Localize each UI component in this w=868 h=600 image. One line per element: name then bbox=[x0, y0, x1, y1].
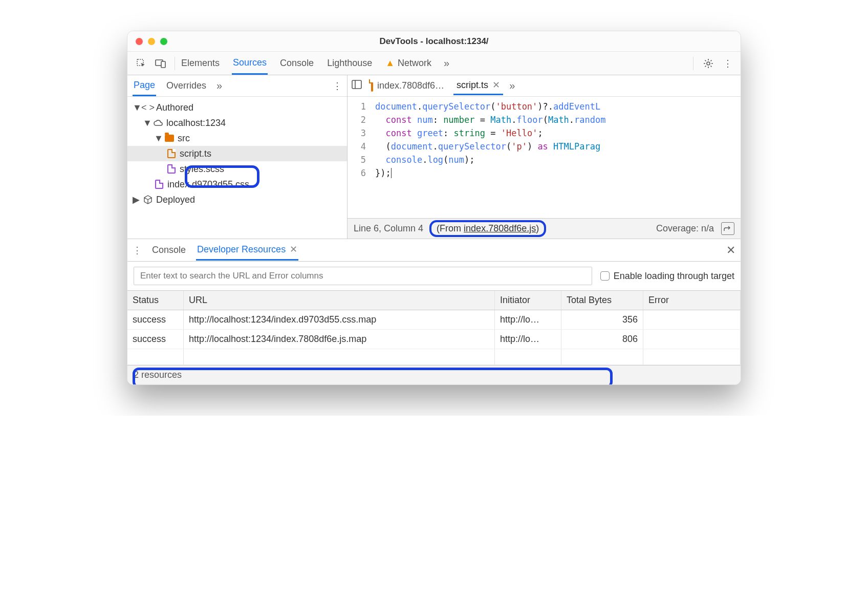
cell-initiator: http://lo… bbox=[495, 310, 561, 329]
editor-panel: index.7808df6… script.ts ✕ » 1 2 3 4 5 6… bbox=[348, 75, 741, 239]
tree-file-indexcss-label: index.d9703d55.css bbox=[167, 179, 249, 190]
editor-tab-indexjs-label: index.7808df6… bbox=[377, 80, 444, 91]
tab-elements[interactable]: Elements bbox=[180, 53, 221, 74]
code-editor[interactable]: 1 2 3 4 5 6 document.querySelector('butt… bbox=[348, 97, 741, 218]
drawer-tab-devresources-label: Developer Resources bbox=[197, 244, 286, 255]
tree-authored-label: Authored bbox=[156, 102, 193, 113]
devresources-toolbar: Enable loading through target bbox=[127, 262, 741, 290]
editor-tab-scriptts[interactable]: script.ts ✕ bbox=[453, 76, 503, 95]
tree-deployed-label: Deployed bbox=[156, 195, 195, 205]
coverage-status: Coverage: n/a bbox=[656, 223, 714, 234]
resources-table: Status URL Initiator Total Bytes Error s… bbox=[127, 290, 741, 365]
enable-loading-checkbox[interactable]: Enable loading through target bbox=[600, 271, 734, 282]
drawer-tab-console[interactable]: Console bbox=[151, 241, 187, 260]
cell-status: success bbox=[127, 330, 184, 349]
chevron-down-icon: ▼ bbox=[143, 118, 150, 128]
col-status[interactable]: Status bbox=[127, 291, 184, 310]
folder-icon bbox=[164, 135, 175, 142]
warning-icon: ▲ bbox=[385, 58, 395, 69]
tree-file-styles-label: styles.scss bbox=[180, 164, 224, 175]
tree-folder-src[interactable]: ▼ src bbox=[127, 131, 347, 146]
cell-bytes: 806 bbox=[561, 330, 643, 349]
file-tree: ▼ < > Authored ▼ localhost:1234 ▼ src bbox=[127, 97, 347, 239]
editor-tab-indexjs[interactable]: index.7808df6… bbox=[368, 77, 447, 94]
drawer-tab-devresources[interactable]: Developer Resources ✕ bbox=[196, 240, 298, 261]
tree-host-label: localhost:1234 bbox=[166, 118, 226, 128]
table-row[interactable]: success http://localhost:1234/index.d970… bbox=[127, 310, 741, 330]
cloud-icon bbox=[153, 119, 163, 126]
device-toggle-icon[interactable] bbox=[152, 55, 169, 72]
cell-error bbox=[643, 330, 741, 349]
tree-file-indexcss[interactable]: index.d9703d55.css bbox=[127, 177, 347, 192]
file-icon bbox=[371, 80, 373, 91]
tree-host[interactable]: ▼ localhost:1234 bbox=[127, 115, 347, 131]
svg-point-3 bbox=[707, 62, 710, 65]
cursor-position: Line 6, Column 4 bbox=[354, 223, 423, 234]
tree-authored[interactable]: ▼ < > Authored bbox=[127, 100, 347, 115]
tab-network[interactable]: ▲ Network bbox=[384, 53, 432, 74]
panel-tabs: Elements Sources Console Lighthouse ▲ Ne… bbox=[180, 52, 688, 75]
tab-lighthouse[interactable]: Lighthouse bbox=[326, 53, 373, 74]
col-url[interactable]: URL bbox=[184, 291, 495, 310]
sources-panel: Page Overrides » ⋮ ▼ < > Authored ▼ loca… bbox=[127, 75, 741, 239]
drawer-menu-button[interactable]: ⋮ bbox=[133, 245, 142, 256]
tab-sources[interactable]: Sources bbox=[232, 52, 268, 75]
main-toolbar: Elements Sources Console Lighthouse ▲ Ne… bbox=[127, 52, 741, 75]
tree-deployed[interactable]: ▶ Deployed bbox=[127, 192, 347, 207]
sourcemap-link[interactable]: index.7808df6e.js bbox=[464, 223, 536, 233]
code-content: document.querySelector('button')?.addEve… bbox=[371, 97, 741, 218]
svg-rect-4 bbox=[352, 80, 361, 89]
table-row-empty bbox=[127, 349, 741, 365]
minimize-window-button[interactable] bbox=[148, 38, 155, 45]
tab-console[interactable]: Console bbox=[279, 53, 315, 74]
enable-loading-label: Enable loading through target bbox=[614, 271, 734, 282]
settings-button[interactable] bbox=[701, 56, 716, 71]
cell-bytes: 356 bbox=[561, 310, 643, 329]
search-input[interactable] bbox=[134, 267, 592, 285]
devtools-window: DevTools - localhost:1234/ Elements Sour… bbox=[127, 31, 741, 385]
toggle-navigator-icon[interactable] bbox=[352, 80, 362, 92]
maximize-window-button[interactable] bbox=[160, 38, 167, 45]
inspect-icon[interactable] bbox=[133, 55, 150, 72]
file-icon bbox=[154, 180, 164, 189]
cell-url: http://localhost:1234/index.d9703d55.css… bbox=[184, 310, 495, 329]
chevron-right-icon: ▶ bbox=[133, 194, 140, 205]
brackets-icon: < > bbox=[143, 102, 153, 113]
col-bytes[interactable]: Total Bytes bbox=[561, 291, 643, 310]
navigator-more-tabs-icon[interactable]: » bbox=[216, 80, 222, 92]
traffic-lights bbox=[127, 38, 167, 45]
window-title: DevTools - localhost:1234/ bbox=[127, 36, 741, 47]
titlebar: DevTools - localhost:1234/ bbox=[127, 31, 741, 52]
navigator-menu-button[interactable]: ⋮ bbox=[333, 80, 342, 92]
sourcemap-source[interactable]: (From index.7808df6e.js) bbox=[429, 220, 546, 237]
table-header: Status URL Initiator Total Bytes Error bbox=[127, 291, 741, 310]
close-window-button[interactable] bbox=[136, 38, 143, 45]
close-drawer-tab-icon[interactable]: ✕ bbox=[290, 244, 297, 255]
close-tab-icon[interactable]: ✕ bbox=[492, 79, 500, 91]
col-initiator[interactable]: Initiator bbox=[495, 291, 561, 310]
cell-error bbox=[643, 310, 741, 329]
main-menu-button[interactable]: ⋮ bbox=[720, 56, 735, 71]
more-tabs-icon[interactable]: » bbox=[444, 57, 449, 69]
navigator-tab-page[interactable]: Page bbox=[133, 76, 156, 96]
col-error[interactable]: Error bbox=[643, 291, 741, 310]
cell-url: http://localhost:1234/index.7808df6e.js.… bbox=[184, 330, 495, 349]
table-row[interactable]: success http://localhost:1234/index.7808… bbox=[127, 330, 741, 349]
editor-more-tabs-icon[interactable]: » bbox=[509, 80, 515, 92]
resources-footer: 2 resources bbox=[127, 365, 741, 384]
drawer-tabs: ⋮ Console Developer Resources ✕ ✕ bbox=[127, 239, 741, 262]
navigator-tab-overrides[interactable]: Overrides bbox=[165, 76, 207, 95]
editor-tab-scriptts-label: script.ts bbox=[457, 80, 488, 91]
pretty-print-icon[interactable] bbox=[721, 222, 734, 235]
close-drawer-button[interactable]: ✕ bbox=[726, 244, 735, 257]
svg-rect-2 bbox=[161, 61, 165, 68]
chevron-down-icon: ▼ bbox=[133, 102, 140, 113]
tree-folder-label: src bbox=[178, 133, 190, 144]
editor-tabs: index.7808df6… script.ts ✕ » bbox=[348, 75, 741, 97]
tree-file-styles[interactable]: styles.scss bbox=[127, 161, 347, 177]
tab-network-label: Network bbox=[398, 58, 431, 69]
tree-file-script-label: script.ts bbox=[180, 148, 211, 159]
line-numbers: 1 2 3 4 5 6 bbox=[348, 97, 371, 218]
editor-status-bar: Line 6, Column 4 (From index.7808df6e.js… bbox=[348, 218, 741, 239]
tree-file-script[interactable]: script.ts bbox=[127, 146, 347, 161]
